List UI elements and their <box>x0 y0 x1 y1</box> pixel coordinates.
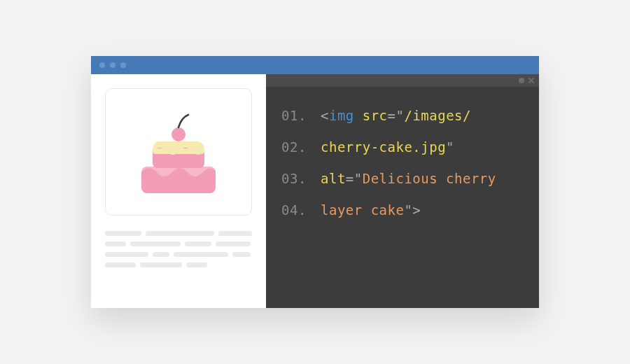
code-line: 04. layer cake"> <box>281 204 526 217</box>
code-token: src <box>363 109 388 122</box>
svg-point-3 <box>172 127 186 141</box>
window-body: 01. <img src="/images/ 02. cherry-cake.j… <box>91 74 539 308</box>
code-token: Delicious cherry <box>363 172 496 186</box>
code-line: 02. cherry-cake.jpg" <box>281 141 526 154</box>
editor-minimize-icon[interactable] <box>519 78 524 83</box>
line-number: 01. <box>281 109 321 122</box>
line-number: 04. <box>281 204 321 217</box>
browser-window: 01. <img src="/images/ 02. cherry-cake.j… <box>91 56 539 308</box>
code-editor-pane: 01. <img src="/images/ 02. cherry-cake.j… <box>266 74 539 308</box>
code-token: img <box>329 109 354 122</box>
preview-image-card <box>105 88 252 216</box>
line-number: 03. <box>281 172 321 186</box>
editor-titlebar <box>266 74 539 87</box>
code-token: " <box>404 204 412 217</box>
code-token: /images/ <box>404 109 471 122</box>
editor-close-icon[interactable] <box>528 77 535 84</box>
code-token: > <box>412 204 421 217</box>
code-token: layer cake <box>321 204 404 217</box>
window-control-close-icon[interactable] <box>99 62 105 68</box>
page-preview-pane <box>91 74 266 308</box>
window-control-zoom-icon[interactable] <box>120 62 126 68</box>
line-number: 02. <box>281 141 321 154</box>
code-content: 01. <img src="/images/ 02. cherry-cake.j… <box>266 87 539 308</box>
preview-text-placeholder <box>105 231 252 267</box>
code-token: < <box>321 109 329 122</box>
code-token <box>354 109 363 122</box>
code-token: =" <box>388 109 405 122</box>
svg-rect-2 <box>153 148 204 154</box>
code-token: " <box>446 141 454 154</box>
browser-titlebar <box>91 56 539 74</box>
window-control-minimize-icon[interactable] <box>110 62 115 68</box>
code-token: alt <box>321 172 346 186</box>
code-line: 03. alt="Delicious cherry <box>281 172 526 186</box>
code-token: =" <box>346 172 363 186</box>
code-line: 01. <img src="/images/ <box>281 109 526 122</box>
cake-icon <box>133 105 224 199</box>
code-token: cherry-cake.jpg <box>321 141 446 154</box>
